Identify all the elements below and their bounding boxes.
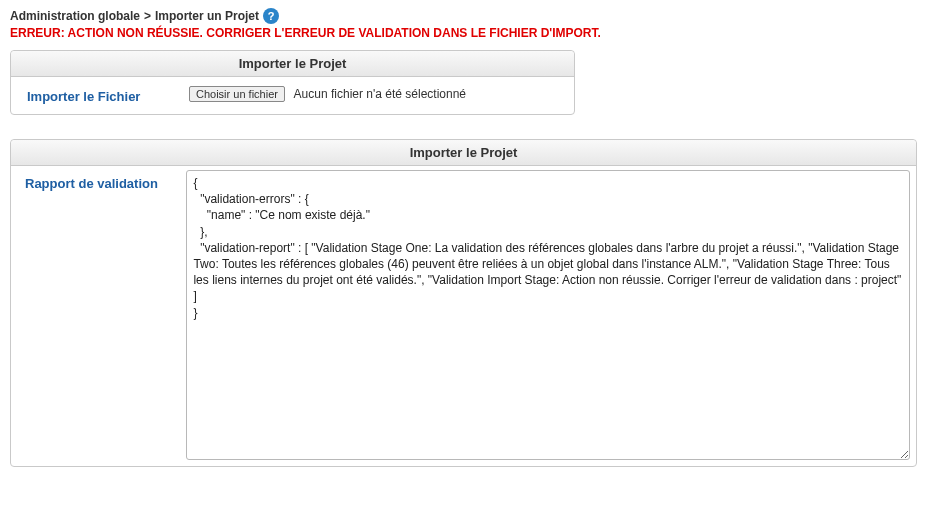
report-row: Rapport de validation <box>17 170 910 460</box>
breadcrumb-page: Importer un Projet <box>155 9 259 23</box>
breadcrumb: Administration globale > Importer un Pro… <box>10 8 917 24</box>
upload-panel-title: Importer le Projet <box>11 51 574 77</box>
breadcrumb-root: Administration globale <box>10 9 140 23</box>
report-panel-title: Importer le Projet <box>11 140 916 166</box>
upload-label: Importer le Fichier <box>19 83 189 104</box>
error-message: ERREUR: ACTION NON RÉUSSIE. CORRIGER L'E… <box>10 26 917 40</box>
help-icon[interactable]: ? <box>263 8 279 24</box>
report-label: Rapport de validation <box>17 170 186 191</box>
report-panel: Importer le Projet Rapport de validation <box>10 139 917 467</box>
upload-row: Importer le Fichier Choisir un fichier A… <box>19 83 566 104</box>
choose-file-button[interactable]: Choisir un fichier <box>189 86 285 102</box>
file-status-text: Aucun fichier n'a été sélectionné <box>294 87 466 101</box>
upload-panel: Importer le Projet Importer le Fichier C… <box>10 50 575 115</box>
validation-report-textarea[interactable] <box>186 170 910 460</box>
breadcrumb-sep: > <box>144 9 151 23</box>
